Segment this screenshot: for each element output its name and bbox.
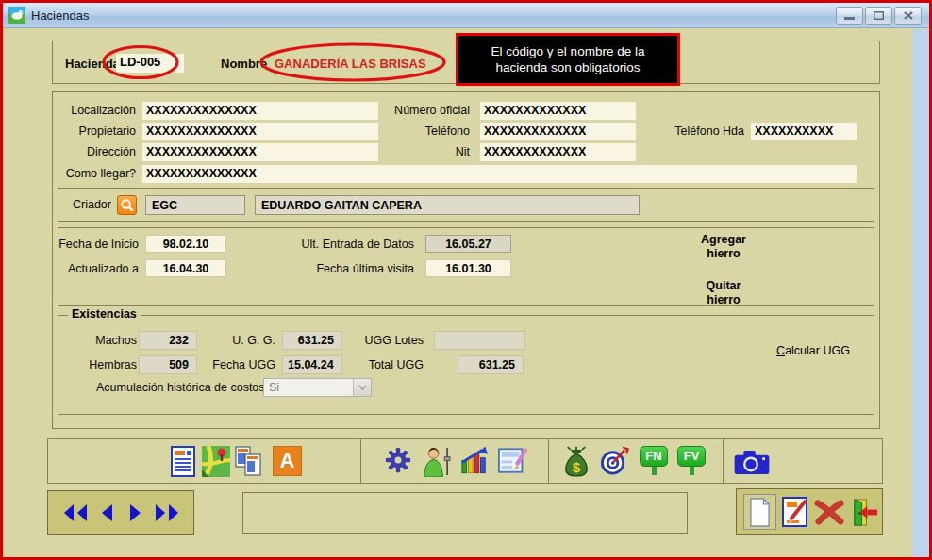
edit-form-icon[interactable]	[498, 446, 527, 475]
total-ugg-field: 631.25	[458, 355, 524, 374]
map-icon[interactable]	[202, 446, 230, 477]
localizacion-field[interactable]: XXXXXXXXXXXXXX	[142, 102, 378, 120]
statistics-chart-icon[interactable]	[460, 446, 489, 475]
hembras-field: 509	[139, 355, 197, 374]
como-llegar-label: Como llegar?	[53, 167, 136, 180]
exit-button[interactable]	[847, 494, 880, 530]
font-icon[interactable]: A	[273, 446, 302, 476]
existencias-group: Existencias Machos 232 U. G. G. 631.25 U…	[58, 315, 874, 415]
form-area: Hacienda LD-005 Nombre GANADERÍA LAS BRI…	[3, 29, 929, 557]
nombre-label: Nombre	[221, 57, 267, 71]
quitar-hierro-line2: hierro	[707, 293, 740, 306]
toolbar-separator	[723, 439, 724, 483]
hacienda-code-field[interactable]: LD-005	[116, 54, 184, 73]
ugg-lotes-field	[434, 331, 525, 350]
fecha-ugg-field: 15.04.24	[282, 355, 342, 374]
exit-door-icon	[849, 498, 878, 527]
edit-record-button[interactable]	[778, 494, 811, 530]
title-bar: Haciendas	[3, 3, 929, 28]
minimize-icon	[844, 11, 855, 20]
settings-gear-icon[interactable]	[385, 446, 411, 474]
fecha-visita-field[interactable]: 16.01.30	[425, 259, 511, 277]
minimize-button[interactable]	[836, 7, 863, 25]
acumulacion-dropdown: Si	[263, 378, 372, 397]
toolbar-separator	[360, 439, 361, 483]
app-icon	[8, 7, 25, 24]
actualizado-field[interactable]: 16.04.30	[145, 259, 226, 277]
new-document-icon	[748, 498, 772, 527]
calcular-ugg-button[interactable]: Calcular UGG	[752, 344, 874, 357]
fecha-ugg-label: Fecha UGG	[191, 358, 275, 371]
edit-document-icon	[781, 496, 809, 528]
target-dart-icon[interactable]	[600, 446, 629, 476]
window-frame-strip	[912, 29, 929, 557]
dates-panel: Fecha de Inicio 98.02.10 Ult. Entrada de…	[58, 227, 874, 306]
telefono-hda-label: Teléfono Hda	[655, 124, 744, 138]
maximize-icon	[874, 11, 884, 20]
status-box	[242, 492, 688, 534]
next-record-button[interactable]	[124, 502, 148, 523]
fv-sign-icon[interactable]: FV	[677, 446, 706, 475]
font-icon-letter: A	[280, 449, 295, 472]
quitar-hierro-button[interactable]: Quitar hierro	[667, 279, 780, 307]
report-icon[interactable]	[171, 446, 195, 477]
close-icon	[904, 11, 913, 20]
annotation-tooltip: El código y el nombre de la hacienda son…	[456, 33, 680, 86]
new-record-button[interactable]	[743, 494, 776, 530]
criador-search-button[interactable]	[117, 195, 137, 215]
fecha-visita-label: Fecha última visita	[261, 262, 414, 275]
como-llegar-field[interactable]: XXXXXXXXXXXXXX	[142, 165, 857, 183]
calcular-ugg-accel: C	[776, 344, 785, 357]
direccion-label: Dirección	[53, 145, 136, 158]
criador-label: Criador	[73, 198, 111, 211]
localizacion-label: Localización	[53, 104, 136, 117]
total-ugg-label: Total UGG	[337, 358, 424, 371]
close-button[interactable]	[894, 7, 922, 25]
nombre-value-field[interactable]: GANADERÍA LAS BRISAS	[275, 57, 426, 71]
camera-icon[interactable]	[733, 449, 771, 476]
telefono-field[interactable]: XXXXXXXXXXXXX	[480, 123, 636, 140]
acumulacion-value: Si	[264, 379, 353, 396]
ugg-lotes-label: UGG Lotes	[337, 334, 424, 347]
agregar-hierro-line2: hierro	[707, 247, 740, 260]
propietario-field[interactable]: XXXXXXXXXXXXXX	[142, 123, 378, 140]
fn-sign-stem	[652, 467, 657, 475]
nit-label: Nit	[364, 145, 470, 158]
fn-sign-icon[interactable]: FN	[640, 446, 668, 475]
first-record-button[interactable]	[61, 502, 90, 523]
fn-sign-label: FN	[640, 446, 668, 467]
last-record-button[interactable]	[153, 502, 181, 523]
action-button-panel	[736, 488, 883, 535]
nit-field[interactable]: XXXXXXXXXXXXX	[480, 143, 636, 161]
record-navigator	[47, 490, 194, 535]
telefono-label: Teléfono	[364, 124, 470, 138]
propietario-label: Propietario	[53, 124, 136, 138]
toolbar: A	[47, 438, 883, 484]
money-bag-icon[interactable]: $	[563, 446, 590, 477]
agregar-hierro-button[interactable]: Agregar hierro	[667, 233, 780, 261]
fecha-inicio-field[interactable]: 98.02.10	[145, 235, 226, 253]
hembras-label: Hembras	[58, 358, 137, 371]
previous-record-button[interactable]	[94, 502, 119, 523]
numero-oficial-field[interactable]: XXXXXXXXXXXXX	[480, 102, 636, 120]
quitar-hierro-line1: Quitar	[707, 279, 741, 292]
ult-entrada-field: 16.05.27	[425, 235, 511, 253]
chevron-down-icon	[353, 379, 371, 396]
toolbar-separator	[548, 439, 549, 483]
breeder-person-icon[interactable]	[422, 446, 451, 477]
main-panel: Localización XXXXXXXXXXXXXX Número ofici…	[52, 91, 880, 429]
criador-name-field: EDUARDO GAITAN CAPERA	[255, 195, 640, 215]
haciendas-window: Haciendas Hacienda LD-005 Nombre GANADER…	[0, 0, 932, 560]
existencias-legend: Existencias	[68, 307, 141, 321]
delete-x-icon	[814, 499, 845, 526]
direccion-field[interactable]: XXXXXXXXXXXXXX	[142, 143, 378, 161]
maximize-button[interactable]	[865, 7, 892, 25]
ugg-label: U. G. G.	[191, 334, 275, 347]
fv-sign-stem	[690, 467, 694, 475]
telefono-hda-field[interactable]: XXXXXXXXXX	[751, 123, 857, 140]
hacienda-label: Hacienda	[65, 57, 120, 71]
criador-panel: Criador EGC EDUARDO GAITAN CAPERA	[58, 188, 874, 222]
agregar-hierro-line1: Agregar	[701, 233, 746, 246]
copy-icon[interactable]	[235, 446, 262, 477]
delete-record-button[interactable]	[813, 494, 846, 530]
